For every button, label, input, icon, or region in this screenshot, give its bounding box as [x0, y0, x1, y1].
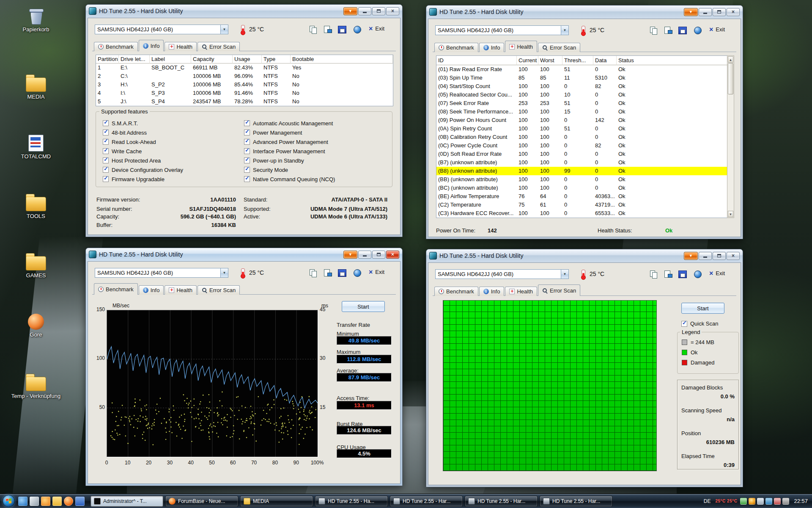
chart-icon[interactable] [740, 498, 747, 505]
smart-cell[interactable]: 100 [538, 175, 562, 184]
tab-error-scan[interactable]: Error Scan [198, 285, 240, 295]
copy-icon[interactable] [308, 25, 319, 34]
smart-cell[interactable]: (05) Reallocated Sector Cou... [436, 91, 517, 99]
smart-cell[interactable]: Ok [617, 175, 727, 184]
taskbar-task[interactable]: HD Tune 2.55 - Har... [390, 496, 463, 507]
tab-error-scan[interactable]: Error Scan [198, 42, 240, 51]
network-icon[interactable] [765, 498, 772, 505]
feature-checkbox[interactable]: ✓ [103, 176, 109, 182]
smart-cell[interactable]: (01) Raw Read Error Rate [436, 65, 517, 74]
partition-cell[interactable]: No [291, 80, 393, 89]
smart-cell[interactable]: 100 [517, 150, 538, 158]
combo-dropdown-button[interactable]: ▼ [561, 270, 568, 279]
screenshot-icon[interactable] [663, 25, 674, 35]
web-icon[interactable] [352, 268, 363, 278]
partition-cell[interactable]: S_P4 [150, 97, 191, 106]
usb-icon[interactable] [782, 498, 789, 505]
partition-cell[interactable]: 78.28% [233, 97, 262, 106]
partition-cell[interactable]: 96.09% [233, 72, 262, 80]
partition-cell[interactable]: 3 [96, 80, 119, 89]
smart-cell[interactable]: 100 [538, 124, 562, 133]
web-icon[interactable] [692, 269, 703, 279]
partition-cell[interactable]: S_P3 [150, 89, 191, 97]
smart-cell[interactable]: 100 [517, 175, 538, 184]
smart-cell[interactable]: 100 [517, 209, 538, 218]
partition-cell[interactable]: 100006 MB [191, 72, 233, 80]
volume-icon[interactable] [757, 498, 764, 505]
smart-cell[interactable]: 100 [517, 91, 538, 99]
save-icon[interactable] [677, 25, 688, 35]
partition-cell[interactable]: 85.44% [233, 80, 262, 89]
scroll-up-button[interactable]: ▲ [728, 56, 733, 63]
close-button[interactable]: × [727, 8, 740, 16]
smart-cell[interactable]: 0 [593, 175, 617, 184]
taskbar-clock[interactable]: 22:57 [794, 498, 808, 504]
feature-checkbox[interactable]: ✓ [244, 167, 250, 173]
partition-cell[interactable]: 82.43% [233, 64, 262, 72]
feature-checkbox[interactable]: ✓ [103, 157, 109, 163]
smart-cell[interactable]: Ok [617, 141, 727, 150]
smart-cell[interactable]: (BE) Airflow Temperature [436, 192, 517, 201]
smart-cell[interactable]: (0A) Spin Retry Count [436, 124, 517, 133]
partition-cell[interactable]: 5 [96, 97, 119, 106]
partition-cell[interactable]: I:\ [119, 89, 150, 97]
feature-checkbox[interactable]: ✓ [244, 157, 250, 163]
smart-cell[interactable]: 0 [593, 99, 617, 108]
drive-select[interactable]: SAMSUNG HD642JJ (640 GB)▼ [435, 269, 569, 279]
desktop-icon-papierkorb[interactable]: Papierkorb [11, 8, 61, 33]
smart-cell[interactable]: 100 [517, 167, 538, 175]
window-titlebar[interactable]: HD Tune 2.55 - Hard Disk Utility▼× [86, 248, 402, 261]
smart-cell[interactable]: 100 [538, 158, 562, 167]
smart-cell[interactable]: (BC) (unknown attribute) [436, 184, 517, 192]
feature-checkbox[interactable]: ✓ [103, 148, 109, 154]
partition-cell[interactable]: 2 [96, 72, 119, 80]
partition-cell[interactable] [150, 72, 191, 80]
smart-cell[interactable]: 100 [538, 133, 562, 141]
window-titlebar[interactable]: HD Tune 2.55 - Hard Disk Utility▼× [86, 5, 402, 17]
minimize-button[interactable] [699, 252, 712, 260]
maximize-button[interactable] [372, 7, 385, 15]
taskbar-task[interactable]: Administrator^ - T... [91, 496, 163, 507]
smart-cell[interactable]: (04) Start/Stop Count [436, 82, 517, 91]
web-icon[interactable] [692, 25, 703, 35]
partition-cell[interactable]: 91.46% [233, 89, 262, 97]
smart-cell[interactable]: Ok [617, 167, 727, 175]
smart-cell[interactable]: 100 [538, 209, 562, 218]
smart-cell[interactable]: (0D) Soft Read Error Rate [436, 150, 517, 158]
window-titlebar[interactable]: HD Tune 2.55 - Hard Disk Utility▼× [426, 249, 743, 262]
show-desktop-icon[interactable] [30, 497, 39, 506]
smart-cell[interactable]: 11 [562, 74, 593, 82]
tab-info[interactable]: Info [139, 285, 164, 295]
smart-cell[interactable]: 100 [538, 108, 562, 116]
smart-cell[interactable]: 0 [593, 133, 617, 141]
smart-cell[interactable]: 0 [562, 141, 593, 150]
tab-benchmark[interactable]: Benchmark [434, 287, 478, 296]
feature-checkbox[interactable]: ✓ [244, 176, 250, 182]
smart-cell[interactable]: (03) Spin Up Time [436, 74, 517, 82]
partition-cell[interactable]: E:\ [119, 64, 150, 72]
smart-cell[interactable]: 0 [562, 133, 593, 141]
smart-cell[interactable]: 100 [538, 141, 562, 150]
maximize-button[interactable] [372, 251, 385, 259]
desktop-icon-tools[interactable]: TOOLS [11, 194, 61, 220]
smart-cell[interactable]: (B8) (unknown attribute) [436, 167, 517, 175]
start-button[interactable] [3, 495, 15, 507]
smart-cell[interactable]: 0 [562, 201, 593, 209]
smart-cell[interactable]: 85 [517, 74, 538, 82]
partition-cell[interactable]: 4 [96, 89, 119, 97]
partition-cell[interactable]: S_P2 [150, 80, 191, 89]
smart-cell[interactable]: 61 [538, 201, 562, 209]
web-icon[interactable] [352, 25, 363, 34]
close-button[interactable]: × [727, 252, 740, 260]
partition-cell[interactable]: NTFS [262, 64, 291, 72]
smart-cell[interactable]: 0 [593, 167, 617, 175]
save-icon[interactable] [337, 268, 348, 278]
taskbar-task[interactable]: HD Tune 2.55 - Har... [540, 496, 612, 507]
feature-checkbox[interactable]: ✓ [244, 120, 250, 126]
feature-checkbox[interactable]: ✓ [103, 130, 109, 135]
taskbar-task[interactable]: ForumBase - Neue... [165, 496, 238, 507]
smart-cell[interactable]: (C2) Temperature [436, 201, 517, 209]
combo-dropdown-button[interactable]: ▼ [561, 26, 568, 35]
smart-cell[interactable]: 142 [593, 116, 617, 124]
totalcmd-icon[interactable] [75, 497, 85, 506]
